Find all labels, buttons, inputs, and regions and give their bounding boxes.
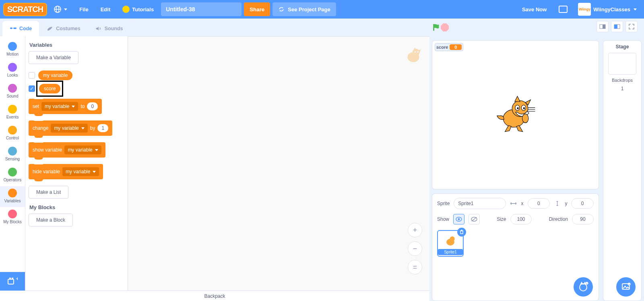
- remix-icon: [278, 6, 285, 12]
- block-text: hide variable: [33, 169, 60, 174]
- tab-sounds[interactable]: Sounds: [88, 21, 130, 36]
- variable-reporter[interactable]: score: [39, 84, 60, 93]
- eye-icon: [456, 217, 462, 222]
- category-label: Motion: [6, 52, 19, 56]
- tutorials-label: Tutorials: [132, 6, 154, 12]
- tab-costumes[interactable]: Costumes: [39, 21, 87, 36]
- variable-checkbox[interactable]: [29, 72, 35, 79]
- show-sprite-button[interactable]: [453, 214, 464, 224]
- tab-code[interactable]: Code: [2, 21, 39, 36]
- category-label: Events: [6, 115, 19, 119]
- y-label: y: [565, 201, 567, 206]
- block-set-variable[interactable]: set my variable to 0: [29, 99, 102, 114]
- direction-input[interactable]: 90: [572, 214, 594, 224]
- sound-icon: [95, 26, 102, 31]
- eye-off-icon: [471, 217, 477, 222]
- block-dropdown[interactable]: my variable: [51, 124, 87, 133]
- y-input[interactable]: 0: [571, 198, 594, 209]
- category-looks[interactable]: Looks: [0, 60, 25, 81]
- block-input[interactable]: 1: [97, 124, 108, 132]
- language-menu[interactable]: [49, 2, 72, 17]
- green-flag-button[interactable]: [432, 23, 441, 32]
- category-label: Control: [6, 136, 19, 140]
- block-dropdown[interactable]: my variable: [62, 167, 99, 176]
- category-variables[interactable]: Variables: [0, 186, 25, 207]
- svg-rect-6: [9, 278, 11, 279]
- add-sprite-button[interactable]: +: [574, 277, 593, 297]
- variable-row: my variable: [29, 71, 124, 80]
- stage-small-button[interactable]: [597, 21, 609, 32]
- direction-label: Direction: [549, 216, 568, 222]
- make-variable-button[interactable]: Make a Variable: [29, 51, 78, 64]
- svg-point-29: [450, 237, 454, 241]
- see-project-page-button[interactable]: See Project Page: [272, 2, 336, 16]
- zoom-out-button[interactable]: −: [408, 241, 422, 256]
- sprite-tile[interactable]: Sprite1: [437, 230, 464, 257]
- save-now-button[interactable]: Save Now: [517, 3, 551, 16]
- tab-costumes-label: Costumes: [56, 26, 80, 31]
- file-menu[interactable]: File: [74, 3, 93, 16]
- code-workspace[interactable]: + − =: [128, 36, 429, 291]
- fullscreen-button[interactable]: [625, 21, 638, 32]
- block-palette: Variables Make a Variable my variable ✓ …: [25, 36, 128, 291]
- delete-sprite-button[interactable]: [457, 228, 466, 237]
- block-dropdown[interactable]: my variable: [64, 145, 101, 154]
- block-hide-variable[interactable]: hide variable my variable: [29, 164, 103, 179]
- category-control[interactable]: Control: [0, 123, 25, 144]
- block-change-variable[interactable]: change my variable by 1: [29, 120, 112, 136]
- block-show-variable[interactable]: show variable my variable: [29, 142, 105, 158]
- category-myblocks[interactable]: My Blocks: [0, 207, 25, 228]
- backpack-header[interactable]: Backpack: [0, 291, 429, 301]
- variable-checkbox[interactable]: ✓: [29, 85, 35, 92]
- block-text: set: [33, 104, 39, 109]
- zoom-reset-button[interactable]: =: [408, 260, 422, 274]
- stage[interactable]: score 0: [432, 40, 599, 189]
- tutorials-button[interactable]: Tutorials: [118, 3, 159, 15]
- svg-point-22: [523, 107, 524, 109]
- add-extension-button[interactable]: +: [0, 272, 25, 291]
- category-label: Looks: [7, 73, 18, 77]
- svg-rect-5: [8, 279, 14, 284]
- make-list-button[interactable]: Make a List: [29, 186, 68, 199]
- stage-title: Stage: [616, 44, 629, 50]
- tab-sounds-label: Sounds: [105, 26, 123, 31]
- chevron-down-icon: [93, 171, 96, 173]
- stage-selector-panel: Stage Backdrops 1 +: [603, 40, 642, 301]
- chevron-down-icon: [64, 8, 67, 10]
- account-menu[interactable]: Wiingy WiingyClasses: [575, 0, 640, 18]
- mystuff-button[interactable]: [554, 2, 572, 16]
- stage-variable-monitor[interactable]: score 0: [435, 43, 463, 51]
- scratch-logo[interactable]: SCRATCH: [4, 4, 46, 15]
- sprite-on-stage-icon[interactable]: [493, 93, 538, 137]
- block-dropdown[interactable]: my variable: [41, 102, 78, 111]
- edit-menu[interactable]: Edit: [96, 3, 116, 16]
- sprite-name-input[interactable]: [454, 198, 506, 209]
- category-sensing[interactable]: Sensing: [0, 144, 25, 165]
- category-sound[interactable]: Sound: [0, 81, 25, 102]
- svg-rect-4: [13, 27, 17, 29]
- zoom-in-button[interactable]: +: [408, 223, 422, 237]
- stage-large-button[interactable]: [611, 21, 623, 32]
- share-button[interactable]: Share: [244, 2, 270, 16]
- block-input[interactable]: 0: [87, 102, 98, 110]
- category-operators[interactable]: Operators: [0, 165, 25, 186]
- chevron-down-icon: [72, 106, 75, 108]
- block-text: to: [80, 104, 85, 109]
- svg-point-25: [458, 218, 460, 220]
- size-input[interactable]: 100: [510, 214, 532, 224]
- variable-reporter[interactable]: my variable: [38, 71, 72, 80]
- block-text: by: [90, 125, 95, 131]
- category-label: My Blocks: [3, 220, 22, 224]
- palette-header-variables: Variables: [29, 42, 124, 48]
- make-block-button[interactable]: Make a Block: [29, 214, 73, 226]
- x-input[interactable]: 0: [528, 198, 550, 209]
- show-label: Show: [437, 216, 449, 222]
- add-backdrop-button[interactable]: +: [616, 277, 636, 297]
- stop-button[interactable]: [441, 23, 449, 31]
- category-motion[interactable]: Motion: [0, 39, 25, 60]
- stage-thumbnail[interactable]: [608, 53, 636, 75]
- project-title-input[interactable]: [161, 2, 242, 16]
- svg-text:+: +: [628, 283, 630, 286]
- category-events[interactable]: Events: [0, 102, 25, 123]
- hide-sprite-button[interactable]: [469, 214, 480, 224]
